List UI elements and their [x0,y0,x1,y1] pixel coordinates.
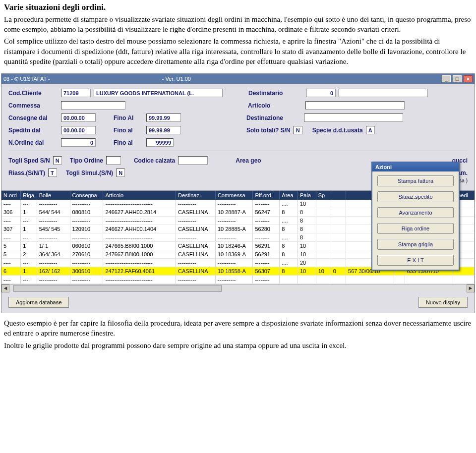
table-cell: 8 [280,208,298,217]
table-cell: 120910 [70,225,103,233]
table-cell: ---------- [176,217,216,225]
input-articolo[interactable] [305,101,405,110]
table-cell [316,217,331,225]
grid-header[interactable]: Articolo [103,191,176,200]
input-fino-al-2[interactable] [146,126,181,134]
input-tipo-ordine[interactable] [106,156,121,165]
table-cell: ---------- [176,233,216,242]
scroll-thumb[interactable] [13,285,222,292]
input-fino-al-3[interactable] [146,138,174,147]
popup-stampa-fattura-button[interactable]: Stampa fattura [377,175,454,186]
input-consegne-dal[interactable] [61,113,96,122]
grid-header[interactable]: Bolle [37,191,70,200]
table-cell: --- [21,276,37,284]
grid-header[interactable]: Commessa [215,191,253,200]
input-codice-calzata[interactable] [178,156,208,165]
popup-riga-ordine-button[interactable]: Riga ordine [377,223,454,234]
label-togli-simul: Togli Simul.(S/N) [66,170,113,176]
table-cell [316,242,331,250]
doc-para-1: La procedura permette di stampare o visu… [4,14,472,35]
table-cell: 0 [331,267,346,276]
table-cell: 10 18369-A [215,250,253,259]
label-cod-cliente: Cod.Cliente [8,90,58,97]
table-cell: 364/ 364 [37,250,70,259]
table-cell [394,276,405,284]
scroll-left-button[interactable]: ◄ [1,284,9,292]
grid-header[interactable]: Rif.ord. [253,191,280,200]
table-cell: 10 28885-A [215,225,253,233]
titlebar-right: - Ver. U1.00 [162,76,191,82]
horizontal-scrollbar[interactable]: ◄ ► [1,284,475,292]
input-destinatario-desc[interactable] [339,89,428,97]
minimize-button[interactable]: _ [442,75,451,82]
label-nordine-dal: N.Ordine dal [8,139,58,146]
table-cell: 5 [1,250,21,259]
grid-header[interactable]: Riga [21,191,37,200]
grid-header[interactable]: Sp [316,191,331,200]
popup-situaz-spedito-button[interactable]: Situaz.spedito [377,191,454,202]
table-cell [316,200,331,208]
label-togli-sped: Togli Sped S/N [8,157,50,164]
grid-header[interactable]: Consegna [70,191,103,200]
grid-header[interactable] [331,191,346,200]
table-cell: 20 [298,259,316,267]
table-row[interactable]: ----------------------------------------… [1,276,475,284]
table-cell: 545/ 545 [37,225,70,233]
titlebar-left: 03 - © U1STAFAT - [3,76,50,82]
input-cliente-desc[interactable] [94,89,223,97]
input-riass[interactable] [48,169,57,177]
doc-para-4: Inoltre le griglie prodotte dai programm… [4,340,472,350]
table-cell [316,250,331,259]
table-cell: .... [280,259,298,267]
table-cell: 246627.AHH00.2814 [103,208,176,217]
input-destinazione[interactable] [304,113,403,122]
input-togli-simul[interactable] [116,169,125,177]
table-cell: ---------- [215,276,253,284]
input-togli-sped[interactable] [53,156,62,165]
table-cell: 1/ 1 [37,242,70,250]
table-cell: ---------- [70,259,103,267]
table-cell: ---------- [37,233,70,242]
input-cod-cliente[interactable] [61,89,91,97]
table-cell [331,233,346,242]
close-button[interactable]: × [464,75,473,82]
input-spedito-dal[interactable] [61,126,96,134]
input-destinatario[interactable] [306,89,336,97]
popup-avanzamento-button[interactable]: Avanzamento [377,207,454,218]
table-cell: 10 [298,267,316,276]
table-cell: 10 18558-A [215,267,253,276]
table-cell: 10 28887-A [215,208,253,217]
input-nordine-dal[interactable] [61,138,96,147]
table-cell: 162/ 162 [37,267,70,276]
table-cell: 1 [21,267,37,276]
table-cell [331,242,346,250]
input-solo-totali[interactable] [294,126,302,134]
table-cell: 306 [1,208,21,217]
table-cell: 2 [21,250,37,259]
table-cell: 6 [1,267,21,276]
table-cell: 270610 [70,250,103,259]
nuovo-display-button[interactable]: Nuovo display [418,297,468,308]
input-fino-al-1[interactable] [146,113,181,122]
scroll-right-button[interactable]: ► [467,284,475,292]
table-cell [453,276,474,284]
popup-title: Azioni [372,163,459,171]
table-cell: ---------- [70,276,103,284]
popup-stampa-griglia-button[interactable]: Stampa griglia [377,239,454,250]
grid-header[interactable]: Paia [298,191,316,200]
input-commessa[interactable] [61,101,125,110]
label-commessa: Commessa [8,102,58,109]
popup-exit-button[interactable]: E X I T [377,255,454,266]
table-cell: -------------------------- [103,276,176,284]
table-cell: 8 [280,250,298,259]
input-specie-ddt[interactable] [366,126,375,134]
table-cell [331,217,346,225]
table-cell: ---- [1,259,21,267]
maximize-button[interactable]: □ [453,75,462,82]
table-cell: 544/ 544 [37,208,70,217]
grid-header[interactable]: N.ord [1,191,21,200]
grid-header[interactable]: Destinaz. [176,191,216,200]
grid-header[interactable]: Area [280,191,298,200]
table-cell: --- [21,217,37,225]
aggiorna-database-button[interactable]: Aggiorna database [8,297,69,308]
